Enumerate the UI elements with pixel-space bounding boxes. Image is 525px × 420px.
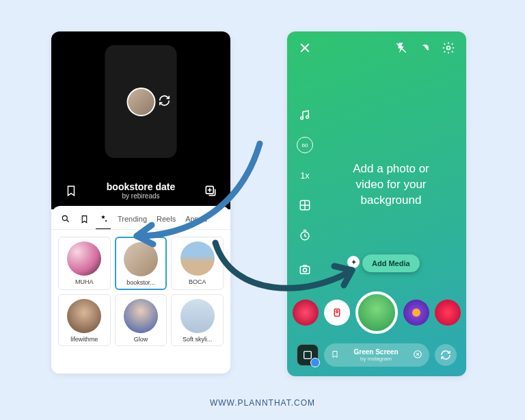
for-you-tab[interactable] [98, 214, 108, 224]
template-title: bookstore date [80, 181, 202, 192]
template-cell-boca[interactable]: BOCA [171, 237, 224, 290]
template-cell-lifewithme[interactable]: lifewithme [58, 294, 111, 346]
story-camera-phone: 60 1x Add a photo or video for your back… [287, 31, 466, 376]
settings-icon[interactable] [442, 41, 455, 57]
save-bookmark-button[interactable] [62, 182, 80, 200]
effect-bar: Green Screen by instagram [297, 343, 457, 367]
template-label: BOCA [189, 278, 206, 285]
svg-point-3 [447, 47, 450, 50]
template-tabs: Trending Reels Appea [51, 206, 230, 230]
template-label: Glow [134, 336, 148, 343]
preview-thumbnail [126, 88, 155, 116]
search-tab[interactable] [61, 214, 70, 224]
template-thumb [124, 299, 158, 333]
template-preview-area: bookstore date by rebireads [51, 31, 230, 209]
appearance-tab[interactable]: Appea [185, 215, 207, 223]
motion-icon[interactable] [418, 42, 431, 57]
template-cell-glow[interactable]: Glow [115, 294, 167, 346]
effect-pill[interactable]: Green Screen by instagram [324, 343, 429, 367]
flash-off-icon[interactable] [395, 42, 407, 57]
prompt-line: Add a photo or [334, 161, 448, 177]
template-grid: MUHA bookstor... BOCA lifewithme Glow So… [51, 230, 230, 353]
effect-option[interactable] [324, 300, 350, 326]
svg-rect-8 [300, 267, 310, 274]
svg-point-11 [336, 311, 338, 313]
template-label: Soft skyli... [183, 336, 213, 343]
duration-button[interactable]: 60 [297, 137, 313, 153]
template-cell-muha[interactable]: MUHA [58, 237, 111, 290]
footer-url: WWW.PLANNTHAT.COM [0, 398, 525, 408]
effect-option[interactable] [293, 300, 319, 326]
reels-tab[interactable]: Reels [157, 215, 176, 223]
template-video-preview[interactable] [105, 45, 177, 158]
music-button[interactable] [297, 107, 313, 123]
sparkle-icon: ✦ [347, 256, 360, 268]
effect-option[interactable] [435, 300, 461, 326]
template-thumb [180, 299, 215, 333]
timer-button[interactable] [297, 227, 313, 244]
template-label: bookstor... [126, 279, 155, 286]
template-thumb [124, 242, 158, 276]
effect-carousel[interactable] [287, 291, 466, 334]
svg-point-5 [306, 116, 309, 118]
add-media-label: Add Media [372, 259, 410, 267]
svg-point-12 [412, 309, 420, 317]
svg-point-4 [301, 117, 304, 120]
template-sheet: Trending Reels Appea MUHA bookstor... BO… [51, 206, 230, 373]
trending-tab[interactable]: Trending [118, 215, 147, 223]
layout-button[interactable] [297, 197, 313, 213]
gallery-button[interactable] [297, 261, 313, 278]
effect-name: Green Screen [345, 348, 407, 356]
duration-value: 60 [302, 142, 308, 148]
svg-point-1 [62, 215, 67, 220]
template-thumb [67, 241, 101, 276]
template-thumb [67, 299, 101, 333]
template-label: lifewithme [70, 336, 98, 343]
refresh-icon[interactable] [158, 94, 170, 109]
speed-value: 1x [300, 170, 310, 181]
camera-top-bar [287, 31, 466, 57]
background-prompt: Add a photo or video for your background [334, 161, 448, 209]
prompt-line: background [334, 193, 448, 209]
add-media-button[interactable]: Add Media [362, 254, 420, 272]
capture-button[interactable] [355, 291, 398, 334]
effect-option[interactable] [403, 300, 429, 326]
speed-button[interactable]: 1x [297, 167, 313, 183]
template-cell-bookstore[interactable]: bookstor... [115, 237, 167, 290]
clear-effect-icon[interactable] [413, 350, 422, 360]
template-label: MUHA [75, 278, 94, 285]
use-template-button[interactable] [202, 182, 219, 200]
bookmark-icon[interactable] [331, 350, 339, 360]
switch-camera-button[interactable] [435, 344, 457, 366]
camera-rail: 60 1x [297, 107, 313, 278]
template-cell-softskyline[interactable]: Soft skyli... [171, 294, 224, 346]
svg-point-9 [303, 268, 306, 272]
template-browser-phone: bookstore date by rebireads Trending Ree… [51, 31, 230, 373]
prompt-line: video for your [334, 177, 448, 193]
gallery-picker-button[interactable] [297, 344, 319, 366]
template-thumb [180, 241, 215, 276]
svg-rect-13 [304, 352, 312, 359]
close-button[interactable] [298, 41, 312, 57]
saved-tab[interactable] [80, 215, 89, 224]
template-author: by rebireads [80, 192, 202, 200]
effect-author: by instagram [345, 356, 407, 362]
template-title-block: bookstore date by rebireads [80, 181, 202, 200]
